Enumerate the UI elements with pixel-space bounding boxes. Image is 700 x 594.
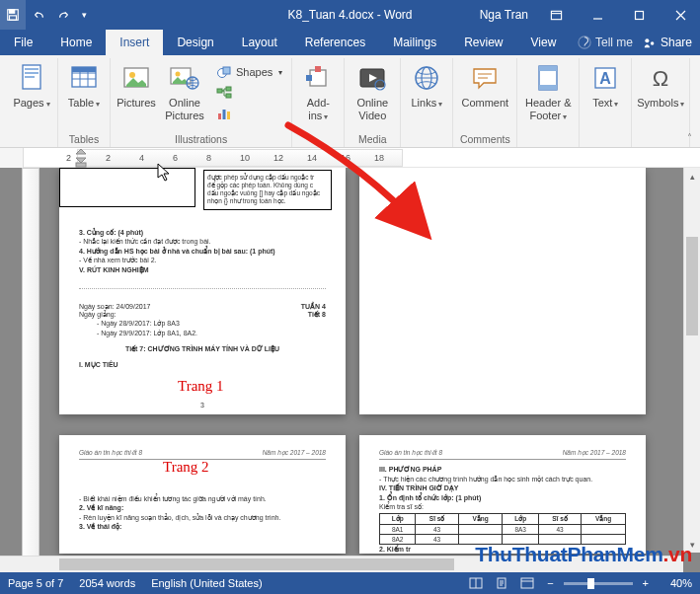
close-icon[interactable] [661, 0, 700, 30]
pages-button[interactable]: Pages [10, 58, 53, 112]
svg-rect-21 [217, 89, 222, 93]
indent-marker-icon[interactable] [75, 148, 87, 168]
chart-button[interactable] [211, 104, 287, 123]
tab-design[interactable]: Design [163, 30, 227, 55]
scroll-thumb-v[interactable] [686, 237, 698, 335]
ribbon-display-icon[interactable] [536, 0, 576, 30]
svg-rect-36 [539, 85, 557, 90]
svg-rect-13 [72, 67, 96, 72]
online-video-button[interactable]: Online Video [349, 58, 396, 124]
svg-rect-25 [223, 110, 226, 119]
page-1[interactable]: được phép sử dụng cặp dấu ngoặc trđể gộp… [59, 168, 346, 414]
share-button[interactable]: Share [643, 36, 692, 49]
status-bar: Page 5 of 7 2054 words English (United S… [0, 572, 700, 594]
svg-point-7 [651, 41, 655, 45]
horizontal-ruler[interactable]: 2 2 4 6 8 10 12 14 16 18 [0, 148, 700, 168]
ribbon-insert: Pages Table Tables Pictures Online Pictu… [0, 55, 700, 148]
attendance-table: LớpSĩ sốVắngLớpSĩ sốVắng 8A1438A343 8A24… [379, 513, 626, 545]
status-words[interactable]: 2054 words [79, 577, 135, 589]
text-button[interactable]: A Text [583, 58, 627, 112]
tab-mailings[interactable]: Mailings [379, 30, 450, 55]
svg-rect-28 [315, 66, 321, 72]
svg-rect-11 [25, 76, 35, 78]
save-icon[interactable] [0, 0, 26, 30]
group-comments: Comments [460, 131, 510, 147]
scroll-up-icon[interactable]: ▴ [684, 168, 700, 185]
svg-rect-20 [223, 67, 230, 74]
maximize-icon[interactable] [619, 0, 659, 30]
zoom-slider[interactable] [564, 582, 633, 585]
addins-button[interactable]: Add-ins [296, 58, 340, 124]
tab-home[interactable]: Home [46, 30, 106, 55]
tell-me[interactable]: Tell me [578, 36, 633, 49]
annotation-trang1: Trang 1 [178, 378, 224, 395]
zoom-in-icon[interactable]: + [639, 577, 653, 589]
tab-view[interactable]: View [517, 30, 571, 55]
empty-frame[interactable] [59, 168, 195, 207]
svg-rect-27 [310, 70, 326, 86]
svg-rect-4 [635, 11, 643, 19]
symbols-button[interactable]: Ω Symbols [636, 58, 685, 112]
svg-text:Ω: Ω [653, 66, 668, 91]
tab-file[interactable]: File [0, 30, 46, 55]
links-button[interactable]: Links [405, 58, 448, 112]
minimize-icon[interactable] [578, 0, 617, 30]
svg-rect-10 [25, 72, 39, 74]
shapes-button[interactable]: Shapes▾ [211, 62, 287, 82]
text-box[interactable]: được phép sử dụng cặp dấu ngoặc trđể gộp… [203, 170, 332, 210]
group-media: Media [358, 131, 387, 147]
collapse-ribbon-icon[interactable]: ˄ [683, 130, 696, 145]
page-2[interactable]: Giáo án tin học thiết 8Năm học 2017 – 20… [59, 435, 346, 554]
user-name[interactable]: Nga Tran [474, 8, 534, 22]
print-layout-icon[interactable] [492, 575, 511, 591]
vertical-ruler[interactable] [22, 168, 39, 574]
annotation-trang2: Trang 2 [163, 459, 209, 476]
tab-references[interactable]: References [291, 30, 379, 55]
tab-insert[interactable]: Insert [106, 30, 163, 55]
web-layout-icon[interactable] [517, 575, 537, 591]
svg-rect-43 [521, 578, 533, 588]
tab-layout[interactable]: Layout [228, 30, 291, 55]
zoom-out-icon[interactable]: − [543, 577, 557, 589]
svg-rect-26 [227, 111, 230, 119]
table-button[interactable]: Table [62, 58, 106, 112]
header-footer-button[interactable]: Header & Footer [521, 58, 575, 124]
pictures-button[interactable]: Pictures [115, 58, 158, 112]
zoom-level[interactable]: 40% [659, 577, 692, 589]
tab-review[interactable]: Review [450, 30, 516, 55]
status-lang[interactable]: English (United States) [151, 577, 263, 589]
svg-point-5 [579, 37, 590, 48]
svg-point-15 [129, 72, 135, 78]
svg-point-17 [176, 72, 181, 77]
smartart-button[interactable] [211, 83, 287, 103]
page-blank[interactable] [359, 168, 646, 414]
svg-text:A: A [600, 70, 612, 87]
svg-rect-2 [10, 16, 17, 20]
group-illustrations: Illustrations [175, 131, 227, 147]
svg-rect-35 [539, 66, 557, 71]
document-title: K8_Tuan 4.docx - Word [287, 8, 412, 22]
svg-rect-1 [10, 10, 15, 14]
ribbon-tabs: File Home Insert Design Layout Reference… [0, 30, 700, 55]
redo-icon[interactable] [51, 0, 77, 30]
svg-point-6 [645, 38, 649, 42]
svg-rect-24 [218, 113, 221, 119]
quick-access-toolbar: ▾ [0, 0, 91, 30]
online-pictures-button[interactable]: Online Pictures [160, 58, 209, 124]
comment-button[interactable]: Comment [457, 58, 512, 112]
scroll-thumb-h[interactable] [59, 558, 454, 570]
group-tables: Tables [69, 131, 99, 147]
page-3[interactable]: Giáo án tin học thiết 8Năm học 2017 – 20… [359, 435, 646, 554]
document-area[interactable]: được phép sử dụng cặp dấu ngoặc trđể gộp… [0, 168, 700, 574]
title-bar: ▾ K8_Tuan 4.docx - Word Nga Tran [0, 0, 700, 30]
read-mode-icon[interactable] [466, 575, 486, 591]
svg-rect-9 [25, 68, 39, 70]
svg-rect-22 [226, 87, 231, 91]
ruler-corner [0, 148, 24, 168]
status-page[interactable]: Page 5 of 7 [8, 577, 63, 589]
watermark: ThuThuatPhanMem.vn [475, 543, 692, 566]
qat-dropdown-icon[interactable]: ▾ [77, 0, 91, 30]
vertical-scrollbar[interactable]: ▴ ▾ [683, 168, 700, 553]
undo-icon[interactable] [26, 0, 51, 30]
svg-rect-29 [306, 75, 312, 81]
